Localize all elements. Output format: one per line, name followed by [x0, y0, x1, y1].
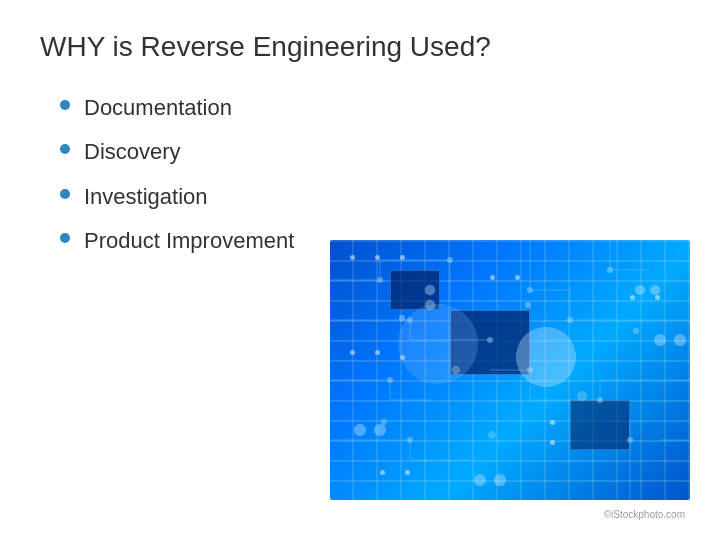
svg-point-28 [407, 317, 413, 323]
bullet-dot-discovery [60, 144, 70, 154]
svg-point-26 [377, 277, 383, 283]
svg-point-27 [447, 257, 453, 263]
bullet-text-discovery: Discovery [84, 138, 181, 167]
bullet-item-investigation: Investigation [60, 183, 680, 212]
chip-block-1 [450, 310, 530, 375]
svg-point-44 [425, 285, 435, 295]
bullet-dot-product-improvement [60, 233, 70, 243]
svg-point-45 [425, 300, 435, 310]
bullet-text-product-improvement: Product Improvement [84, 227, 294, 256]
bullet-dot-investigation [60, 189, 70, 199]
chip-block-2 [390, 270, 440, 310]
dots-layer [330, 240, 690, 500]
svg-point-34 [527, 367, 533, 373]
bullet-item-discovery: Discovery [60, 138, 680, 167]
bullet-dot-documentation [60, 100, 70, 110]
svg-point-38 [354, 424, 366, 436]
svg-point-39 [374, 424, 386, 436]
svg-point-29 [487, 337, 493, 343]
svg-point-31 [567, 317, 573, 323]
bullet-text-investigation: Investigation [84, 183, 208, 212]
bullet-item-documentation: Documentation [60, 94, 680, 123]
svg-point-47 [650, 285, 660, 295]
svg-point-37 [627, 437, 633, 443]
svg-point-43 [494, 474, 506, 486]
svg-point-33 [387, 377, 393, 383]
circuit-svg [330, 240, 690, 500]
chip-block-3 [570, 400, 630, 450]
svg-point-42 [474, 474, 486, 486]
bullet-list: DocumentationDiscoveryInvestigationProdu… [60, 94, 680, 256]
circuit-board-image [330, 240, 690, 500]
slide-title: WHY is Reverse Engineering Used? [40, 30, 680, 64]
bullet-text-documentation: Documentation [84, 94, 232, 123]
watermark-text: ©iStockphoto.com [604, 509, 685, 520]
svg-point-32 [607, 267, 613, 273]
svg-point-35 [597, 397, 603, 403]
svg-point-36 [407, 437, 413, 443]
svg-point-46 [635, 285, 645, 295]
svg-point-40 [654, 334, 666, 346]
svg-point-30 [527, 287, 533, 293]
svg-point-41 [674, 334, 686, 346]
slide: WHY is Reverse Engineering Used? Documen… [0, 0, 720, 540]
